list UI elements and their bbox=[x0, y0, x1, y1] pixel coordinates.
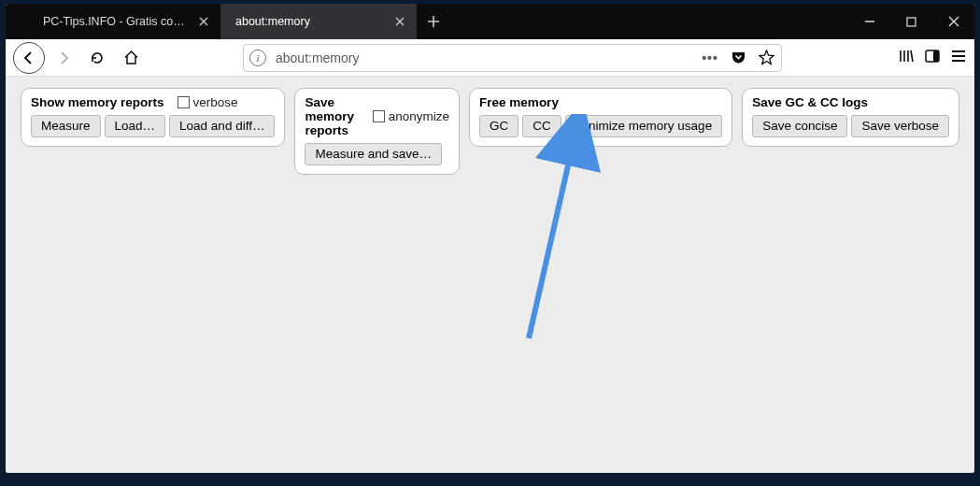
cc-button[interactable]: CC bbox=[522, 115, 561, 137]
new-tab-button[interactable] bbox=[417, 4, 450, 39]
tab-inactive-label: PC-Tips.INFO - Gratis computer tips bbox=[15, 15, 191, 28]
minimize-memory-button[interactable]: Minimize memory usage bbox=[565, 115, 722, 137]
bookmark-icon[interactable] bbox=[757, 50, 775, 65]
pocket-icon[interactable] bbox=[729, 50, 747, 65]
back-button[interactable] bbox=[13, 42, 45, 74]
measure-button[interactable]: Measure bbox=[31, 115, 101, 137]
library-icon[interactable] bbox=[898, 48, 915, 68]
sidebar-icon[interactable] bbox=[924, 48, 941, 68]
load-button[interactable]: Load… bbox=[105, 115, 166, 137]
save-verbose-button[interactable]: Save verbose bbox=[851, 115, 949, 137]
panel-title: Save GC & CC logs bbox=[752, 95, 868, 109]
anonymize-checkbox[interactable]: anonymize bbox=[373, 109, 449, 123]
menu-icon[interactable] bbox=[950, 48, 967, 68]
measure-and-save-button[interactable]: Measure and save… bbox=[305, 143, 442, 165]
minimize-icon[interactable] bbox=[848, 4, 890, 39]
info-icon[interactable]: i bbox=[249, 50, 266, 66]
annotation-arrow-icon bbox=[491, 114, 632, 357]
panel-title: Show memory reports bbox=[31, 95, 164, 109]
checkbox-label: verbose bbox=[193, 95, 238, 109]
gc-button[interactable]: GC bbox=[479, 115, 518, 137]
panel-title: Free memory bbox=[479, 95, 559, 109]
page-content: Show memory reports verbose Measure Load… bbox=[6, 77, 974, 473]
titlebar: PC-Tips.INFO - Gratis computer tips abou… bbox=[6, 4, 974, 39]
window-close-icon[interactable] bbox=[932, 4, 974, 39]
checkbox-label: anonymize bbox=[389, 109, 449, 123]
tab-inactive[interactable]: PC-Tips.INFO - Gratis computer tips bbox=[6, 4, 220, 39]
nav-toolbar: i about:memory ••• bbox=[6, 39, 974, 77]
panel-show-memory-reports: Show memory reports verbose Measure Load… bbox=[21, 88, 285, 147]
forward-button[interactable] bbox=[49, 43, 78, 73]
svg-rect-2 bbox=[933, 50, 939, 62]
reload-button[interactable] bbox=[82, 43, 112, 73]
home-button[interactable] bbox=[116, 43, 146, 73]
address-bar[interactable]: i about:memory ••• bbox=[243, 44, 782, 72]
tab-active[interactable]: about:memory bbox=[220, 4, 417, 39]
close-icon[interactable] bbox=[196, 14, 211, 29]
save-concise-button[interactable]: Save concise bbox=[752, 115, 847, 137]
panel-save-gc-cc-logs: Save GC & CC logs Save concise Save verb… bbox=[742, 88, 959, 147]
load-diff-button[interactable]: Load and diff… bbox=[169, 115, 275, 137]
maximize-icon[interactable] bbox=[890, 4, 932, 39]
verbose-checkbox[interactable]: verbose bbox=[178, 95, 238, 109]
tab-active-label: about:memory bbox=[230, 15, 387, 28]
panel-save-memory-reports: Save memory reports anonymize Measure an… bbox=[294, 88, 460, 175]
panel-free-memory: Free memory GC CC Minimize memory usage bbox=[469, 88, 732, 147]
close-icon[interactable] bbox=[392, 14, 407, 29]
more-icon[interactable]: ••• bbox=[701, 50, 719, 65]
address-text: about:memory bbox=[276, 50, 701, 65]
svg-line-3 bbox=[529, 133, 575, 338]
panel-title: Save memory reports bbox=[305, 95, 359, 137]
svg-rect-0 bbox=[907, 18, 916, 26]
